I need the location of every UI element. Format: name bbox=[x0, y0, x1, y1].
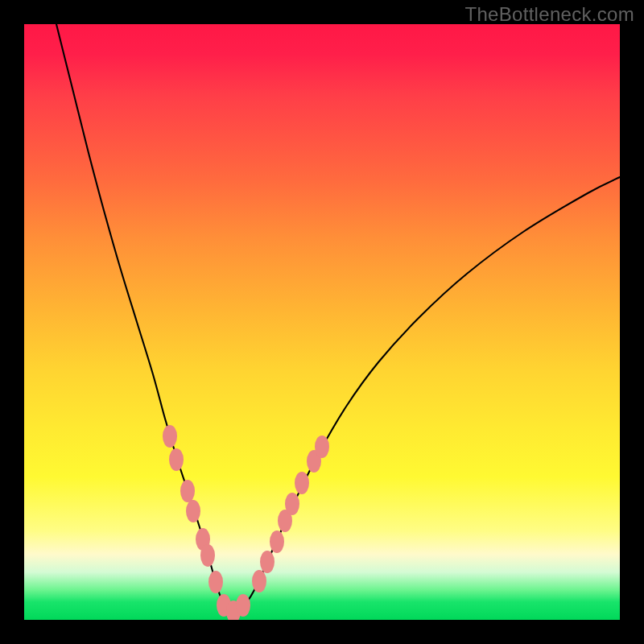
watermark-label: TheBottleneck.com bbox=[464, 3, 634, 26]
plot-area bbox=[24, 24, 620, 620]
marker-point bbox=[270, 530, 284, 553]
marker-point bbox=[180, 480, 195, 502]
marker-point bbox=[285, 493, 299, 515]
marker-point bbox=[163, 425, 177, 448]
marker-point bbox=[315, 436, 329, 458]
marker-point bbox=[295, 472, 309, 494]
bottleneck-curve bbox=[56, 24, 620, 612]
highlighted-points-group bbox=[163, 425, 329, 620]
marker-point bbox=[260, 551, 275, 573]
marker-point bbox=[252, 570, 266, 592]
bottleneck-curve-svg bbox=[24, 24, 620, 620]
marker-point bbox=[236, 594, 250, 617]
marker-point bbox=[186, 500, 200, 522]
marker-point bbox=[200, 544, 215, 567]
chart-frame: TheBottleneck.com bbox=[0, 0, 644, 644]
marker-point bbox=[169, 448, 184, 471]
marker-point bbox=[208, 571, 223, 593]
